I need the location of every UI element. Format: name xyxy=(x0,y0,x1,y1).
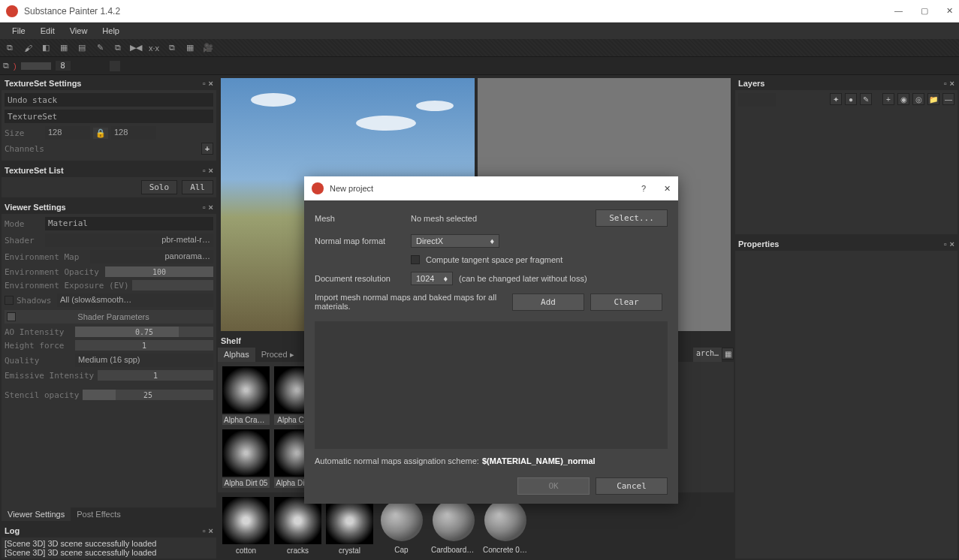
tool-sym-icon[interactable]: ▶◀ xyxy=(129,41,143,55)
size-height-select[interactable]: 128 xyxy=(111,126,156,140)
all-button[interactable]: All xyxy=(182,180,213,194)
panel-undock-icon[interactable]: ▫ xyxy=(203,203,206,212)
window-minimize-button[interactable]: — xyxy=(894,6,903,16)
tool-open-icon[interactable]: ⧉ xyxy=(3,41,17,55)
maps-listbox[interactable] xyxy=(315,321,668,449)
window-close-button[interactable]: ✕ xyxy=(946,6,953,16)
brush-color-swatch[interactable] xyxy=(110,61,120,71)
log-output: [Scene 3D] 3D scene successfully loaded … xyxy=(2,537,216,558)
env-exposure-slider[interactable] xyxy=(132,280,213,291)
channels-label: Channels xyxy=(5,144,44,154)
select-mesh-button[interactable]: Select... xyxy=(596,209,668,227)
shader-select[interactable]: pbr-metal-r… xyxy=(45,233,213,247)
menu-edit[interactable]: Edit xyxy=(33,23,62,39)
shader-params-header[interactable]: Shader Parameters xyxy=(5,310,213,324)
panel-undock-icon[interactable]: ▫ xyxy=(203,79,206,88)
menu-view[interactable]: View xyxy=(62,23,95,39)
panel-undock-icon[interactable]: ▫ xyxy=(203,526,206,535)
docres-hint: (can be changed later without loss) xyxy=(459,274,587,283)
lock-icon[interactable]: 🔒 xyxy=(93,128,108,139)
size-width-select[interactable]: 128 xyxy=(45,126,90,140)
brush-size-icon[interactable]: ) xyxy=(14,62,17,71)
tab-post-effects[interactable]: Post Effects xyxy=(71,507,127,521)
shadows-checkbox[interactable] xyxy=(5,296,14,305)
textureset-field[interactable] xyxy=(5,110,213,123)
add-smart-icon[interactable]: ◎ xyxy=(912,93,924,105)
quality-select[interactable]: Medium (16 spp) xyxy=(75,354,213,367)
panel-close-icon[interactable]: × xyxy=(209,526,213,535)
solo-button[interactable]: Solo xyxy=(141,180,178,194)
panel-close-icon[interactable]: × xyxy=(950,79,954,88)
env-opacity-slider[interactable]: 100 xyxy=(105,266,213,277)
ok-button[interactable]: OK xyxy=(517,477,590,495)
add-channel-button[interactable]: + xyxy=(201,143,213,155)
tool-export-icon[interactable]: ⧉ xyxy=(165,41,179,55)
carousel-item[interactable]: Concrete 002 xyxy=(481,497,529,555)
carousel-thumb xyxy=(326,497,373,544)
normal-format-select[interactable]: DirectX♦ xyxy=(411,234,499,248)
carousel-item[interactable]: cracks xyxy=(274,497,321,555)
shelf-view-grid-icon[interactable]: ▦ xyxy=(722,348,734,360)
tool-eraser-icon[interactable]: ◧ xyxy=(39,41,53,55)
docres-select[interactable]: 1024♦ xyxy=(411,272,453,285)
layer-effect-icon[interactable]: ✦ xyxy=(830,93,842,105)
tool-grid-icon[interactable]: ▦ xyxy=(183,41,197,55)
tool-fill-icon[interactable]: ▤ xyxy=(75,41,89,55)
carousel-item[interactable]: cotton xyxy=(222,497,270,555)
panel-close-icon[interactable]: × xyxy=(209,79,213,88)
height-slider[interactable]: 1 xyxy=(75,340,213,351)
add-layer-button[interactable]: + xyxy=(882,93,894,105)
carousel-item[interactable]: Cap xyxy=(378,497,425,555)
emissive-label: Emissive Intensity xyxy=(5,371,95,381)
delete-layer-icon[interactable]: — xyxy=(942,93,954,105)
shelf-search-field[interactable]: arch… xyxy=(693,348,722,362)
stencil-slider[interactable]: 25 xyxy=(83,390,213,400)
carousel-label: cotton xyxy=(222,546,270,555)
shelf-tab-alphas[interactable]: Alphas xyxy=(218,348,255,362)
add-fill-icon[interactable]: ◉ xyxy=(897,93,909,105)
panel-close-icon[interactable]: × xyxy=(950,239,954,248)
undo-stack-field[interactable] xyxy=(5,93,213,107)
ao-slider[interactable]: 0.75 xyxy=(75,327,213,337)
brush-size-slider[interactable] xyxy=(21,62,51,70)
mesh-label: Mesh xyxy=(315,214,405,223)
add-folder-icon[interactable]: 📁 xyxy=(927,93,939,105)
tool-clone-icon[interactable]: ⧉ xyxy=(111,41,125,55)
shadows-select[interactable]: All (slow&smooth… xyxy=(57,294,213,307)
panel-undock-icon[interactable]: ▫ xyxy=(944,79,947,88)
panel-undock-icon[interactable]: ▫ xyxy=(203,166,206,175)
panel-close-icon[interactable]: × xyxy=(209,203,213,212)
stencil-label: Stencil opacity xyxy=(5,390,80,400)
shelf-tab-procedural[interactable]: Proced ▸ xyxy=(255,348,300,362)
layer-mask-icon[interactable]: ● xyxy=(845,93,857,105)
mode-select[interactable]: Material xyxy=(45,217,213,230)
tab-viewer-settings[interactable]: Viewer Settings xyxy=(2,507,71,521)
dialog-help-button[interactable]: ? xyxy=(641,184,646,194)
layer-edit-icon[interactable]: ✎ xyxy=(860,93,872,105)
cancel-button[interactable]: Cancel xyxy=(596,477,668,495)
panel-undock-icon[interactable]: ▫ xyxy=(944,239,947,248)
tangent-checkbox[interactable] xyxy=(411,255,420,264)
clear-maps-button[interactable]: Clear xyxy=(590,294,662,311)
shelf-item[interactable]: Alpha Crack… xyxy=(222,366,270,425)
brush-size-value[interactable]: 8 xyxy=(56,61,71,71)
window-maximize-button[interactable]: ▢ xyxy=(921,6,928,16)
tool-symx-icon[interactable]: x·x xyxy=(147,41,161,55)
panel-title: Properties xyxy=(738,239,779,248)
envmap-select[interactable]: panorama… xyxy=(90,250,213,263)
panel-close-icon[interactable]: × xyxy=(209,166,213,175)
blend-mode-select[interactable] xyxy=(738,93,776,107)
carousel-item[interactable]: Cardboard 0… xyxy=(430,497,477,555)
menu-file[interactable]: File xyxy=(5,23,33,39)
dialog-close-button[interactable]: ✕ xyxy=(664,184,671,194)
menu-help[interactable]: Help xyxy=(95,23,127,39)
tool-smudge-icon[interactable]: ✎ xyxy=(93,41,107,55)
carousel-item[interactable]: crystal xyxy=(326,497,373,555)
tool-camera-icon[interactable]: 🎥 xyxy=(201,41,215,55)
tool-projection-icon[interactable]: ▦ xyxy=(57,41,71,55)
tool-brush-icon[interactable]: 🖌 xyxy=(21,41,35,55)
emissive-slider[interactable]: 1 xyxy=(98,370,213,381)
brush-edit-icon[interactable]: ⧉ xyxy=(3,61,9,71)
add-map-button[interactable]: Add xyxy=(512,294,584,311)
shelf-item[interactable]: Alpha Dirt 05 xyxy=(222,429,270,488)
